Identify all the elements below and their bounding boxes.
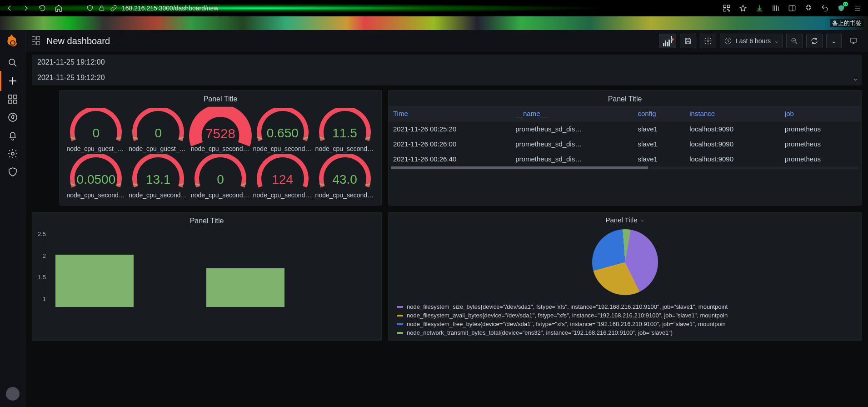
legend-label: node_filesystem_size_bytes{device="/dev/… (407, 303, 728, 310)
undo-icon[interactable] (821, 4, 829, 12)
y-tick: 1.5 (38, 274, 46, 281)
bar-chart-panel: Panel Title 2.521.51 (32, 212, 382, 341)
shield-icon (86, 5, 94, 12)
svg-rect-7 (9, 95, 12, 98)
column-header[interactable]: instance (685, 106, 780, 121)
plus-icon[interactable] (7, 75, 18, 86)
time-range-label: Last 6 hours (736, 37, 771, 45)
explore-icon[interactable] (7, 112, 18, 123)
legend-item[interactable]: node_network_transmit_bytes_total{device… (397, 328, 853, 337)
gauge-label: node_cpu_seconds_… (191, 191, 250, 199)
gauge: 0node_cpu_seconds_… (190, 154, 252, 199)
horizontal-scrollbar[interactable] (391, 166, 858, 169)
gauge-value: 0 (190, 172, 250, 187)
gauge: 0node_cpu_guest_se… (65, 108, 127, 152)
add-panel-button[interactable]: + (659, 34, 676, 48)
chevron-down-icon: ⌄ (640, 217, 644, 223)
table-row[interactable]: 2021-11-26 00:25:20prometheus_sd_dis…sla… (389, 121, 861, 137)
legend-item[interactable]: node_filesystem_size_bytes{device="/dev/… (397, 302, 853, 311)
panel-title[interactable]: Panel Title (32, 212, 381, 228)
menu-icon[interactable] (853, 4, 862, 12)
app-sidebar (0, 30, 25, 407)
column-header[interactable]: __name__ (511, 106, 633, 121)
page-title[interactable]: New dashboard (46, 36, 110, 46)
timestamp-row[interactable]: 2021-11-25 19:12:20 (32, 70, 862, 85)
home-icon[interactable] (55, 4, 63, 12)
chevron-down-icon[interactable]: ⌄ (853, 75, 858, 82)
lock-icon (98, 5, 105, 12)
gauge-label: node_cpu_seconds_… (315, 145, 374, 152)
star-icon[interactable] (739, 4, 747, 12)
gauge-label: node_cpu_seconds_… (253, 191, 312, 199)
refresh-interval-button[interactable]: ⌄ (826, 34, 842, 48)
panel-title[interactable]: Panel Title (60, 90, 381, 106)
legend-swatch (397, 315, 403, 317)
y-tick: 1 (38, 296, 46, 302)
zoom-out-button[interactable] (786, 34, 803, 48)
alert-icon[interactable] (7, 130, 18, 141)
legend-item[interactable]: node_filesystem_free_bytes{device="/dev/… (397, 320, 853, 328)
legend-swatch (397, 306, 403, 308)
timestamp-row[interactable]: 2021-11-25 19:12:00 (32, 55, 862, 70)
gauge-value: 13.1 (128, 172, 188, 187)
monitor-button[interactable] (845, 34, 862, 48)
gauge-value: 11.5 (315, 126, 375, 141)
grafana-logo[interactable] (5, 35, 20, 50)
legend-label: node_network_transmit_bytes_total{device… (407, 329, 673, 336)
chevron-down-icon: ⌄ (774, 38, 778, 44)
save-button[interactable] (680, 34, 696, 48)
sidebar-toggle-icon[interactable] (788, 4, 796, 12)
shield-icon[interactable] (7, 166, 18, 177)
time-range-picker[interactable]: Last 6 hours ⌄ (720, 34, 783, 48)
gauge: 0node_cpu_guest_se… (127, 108, 190, 152)
gauge-label: node_cpu_seconds_… (129, 191, 188, 199)
panel-title[interactable]: Panel Title (389, 90, 861, 106)
back-icon[interactable] (5, 4, 14, 12)
reload-icon[interactable] (38, 4, 46, 12)
download-icon[interactable] (755, 4, 763, 12)
svg-rect-3 (723, 9, 726, 11)
gear-icon[interactable] (7, 148, 18, 159)
table-row[interactable]: 2021-11-26 00:26:00prometheus_sd_dis…sla… (389, 136, 861, 151)
legend-item[interactable]: node_filesystem_avail_bytes{device="/dev… (397, 311, 853, 320)
gauge-value: 0.0500 (66, 172, 126, 187)
svg-rect-9 (9, 100, 12, 103)
bar (55, 255, 134, 307)
table-row[interactable]: 2021-11-26 00:26:40prometheus_sd_dis…sla… (389, 151, 861, 166)
notif-icon[interactable]: 0 (837, 4, 845, 12)
svg-rect-0 (100, 8, 104, 10)
column-header[interactable]: job (780, 106, 861, 121)
bookmark-cn-label[interactable]: 备上的书签 (830, 19, 863, 27)
gauge: 11.5node_cpu_seconds_… (314, 108, 376, 152)
gauge: 43.0node_cpu_seconds_… (314, 154, 376, 199)
svg-rect-2 (728, 5, 730, 7)
library-icon[interactable] (772, 4, 780, 12)
search-icon[interactable] (7, 57, 18, 68)
svg-point-13 (707, 40, 709, 42)
column-header[interactable]: config (634, 106, 685, 121)
url-bar[interactable]: 168.216.215:3000/dashboard/new (68, 5, 716, 12)
gauge-value: 0.650 (253, 126, 313, 141)
extension-icon[interactable] (804, 4, 813, 12)
table-panel: Panel Title Time__name__configinstancejo… (388, 90, 862, 206)
bookmark-bar: 备上的书签 (0, 16, 868, 30)
refresh-button[interactable] (806, 34, 823, 48)
settings-button[interactable] (700, 34, 716, 48)
pie-chart (592, 229, 658, 295)
avatar[interactable] (6, 387, 20, 401)
browser-toolbar: 168.216.215:3000/dashboard/new 0 (0, 0, 868, 16)
svg-rect-8 (14, 95, 17, 98)
panel-title[interactable]: Panel Title⌄ (389, 212, 861, 227)
gauge-label: node_cpu_seconds_… (253, 145, 312, 152)
timestamp-panel: 2021-11-25 19:12:00 2021-11-25 19:12:20 … (32, 55, 862, 85)
forward-icon[interactable] (22, 4, 30, 12)
bar (206, 268, 284, 307)
gauge-label: node_cpu_guest_se… (66, 145, 125, 152)
column-header[interactable]: Time (389, 106, 511, 121)
svg-point-12 (11, 152, 14, 155)
gauge-value: 7528 (189, 126, 252, 141)
gauge: 7528node_cpu_seconds_… (190, 108, 252, 152)
dashboards-icon[interactable] (7, 94, 18, 105)
qr-icon[interactable] (723, 4, 731, 12)
gauge-value: 124 (253, 172, 313, 187)
